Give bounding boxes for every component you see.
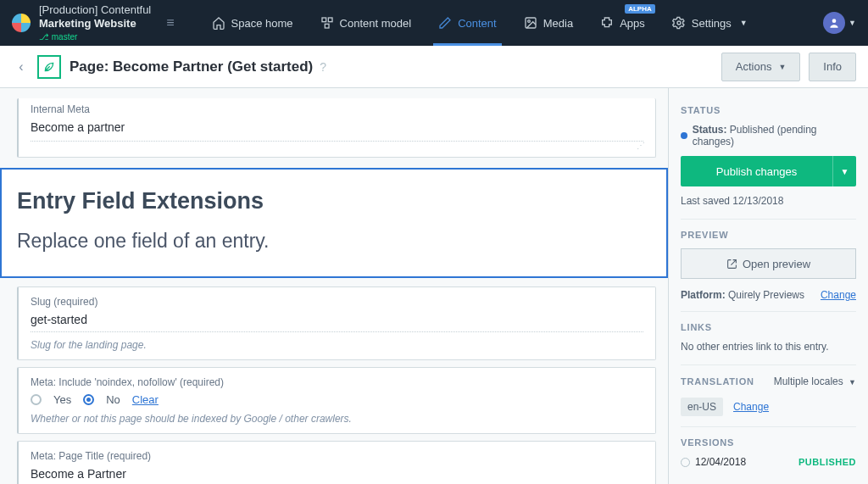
- nav-items: Space home Content model Content Media A…: [198, 0, 761, 46]
- field-label: Meta: Page Title (required): [31, 450, 643, 462]
- brand-name: Marketing Website: [39, 17, 151, 31]
- help-icon[interactable]: ?: [320, 60, 326, 74]
- back-button[interactable]: ‹: [12, 59, 31, 75]
- version-status: PUBLISHED: [798, 457, 856, 467]
- leaf-icon: [42, 60, 56, 74]
- translation-value: Multiple locales: [774, 376, 843, 387]
- links-heading: LINKS: [681, 322, 856, 332]
- chevron-down-icon: ▼: [849, 378, 856, 387]
- status-dot-icon: [681, 132, 687, 139]
- actions-label: Actions: [736, 60, 772, 73]
- preview-heading: PREVIEW: [681, 230, 856, 240]
- actions-button[interactable]: Actions ▼: [721, 53, 801, 81]
- brand-block[interactable]: [Production] Contentful Marketing Websit…: [39, 3, 151, 42]
- svg-point-4: [527, 20, 530, 23]
- translation-dropdown[interactable]: Multiple locales ▼: [774, 376, 856, 387]
- user-avatar[interactable]: [823, 12, 845, 34]
- resize-handle-icon[interactable]: ⋰: [31, 143, 643, 148]
- status-label: Status:: [693, 124, 727, 136]
- gear-icon: [672, 16, 686, 30]
- alpha-badge: ALPHA: [625, 4, 655, 14]
- version-row[interactable]: 12/04/2018 PUBLISHED: [681, 456, 856, 468]
- puzzle-icon: [600, 16, 614, 30]
- svg-rect-2: [325, 24, 329, 28]
- field-noindex: Meta: Include 'noindex, nofollow' (requi…: [17, 367, 656, 434]
- nav-media[interactable]: Media: [510, 0, 587, 46]
- publish-button[interactable]: Publish changes ▼: [681, 156, 856, 186]
- nav-label: Settings: [692, 17, 732, 30]
- field-label: Internal Meta: [31, 103, 643, 115]
- radio-yes[interactable]: [31, 394, 42, 405]
- sidebar: STATUS Status: Published (pending change…: [668, 88, 868, 484]
- page-title: Page: Become Partner (Get started): [70, 58, 313, 75]
- publish-label[interactable]: Publish changes: [681, 156, 832, 186]
- nav-label: Content: [458, 17, 497, 30]
- extension-callout: Entry Field Extensions Replace one field…: [0, 168, 668, 278]
- user-icon: [828, 17, 840, 29]
- nav-label: Content model: [340, 17, 412, 30]
- open-preview-label: Open preview: [743, 258, 810, 270]
- nav-content[interactable]: Content: [425, 0, 510, 46]
- info-button[interactable]: Info: [809, 53, 856, 81]
- boxes-icon: [320, 16, 334, 30]
- page-title-input[interactable]: Become a Partner: [31, 467, 643, 484]
- open-preview-button[interactable]: Open preview: [681, 248, 856, 279]
- versions-heading: VERSIONS: [681, 437, 856, 448]
- version-date: 12/04/2018: [695, 456, 746, 468]
- last-saved: Last saved 12/13/2018: [681, 195, 856, 207]
- change-locale-link[interactable]: Change: [733, 401, 769, 413]
- content-type-icon: [37, 55, 61, 79]
- logo-icon: [12, 14, 31, 32]
- field-internal-meta: Internal Meta Become a partner ⋰: [17, 98, 656, 158]
- nav-settings[interactable]: Settings ▼: [659, 0, 761, 46]
- field-help: Whether or not this page should be index…: [31, 413, 643, 425]
- external-link-icon: [726, 259, 737, 270]
- field-slug: Slug (required) get-started Slug for the…: [17, 287, 656, 360]
- links-text: No other entries link to this entry.: [681, 341, 856, 353]
- clear-link[interactable]: Clear: [132, 393, 159, 406]
- platform-label: Platform:: [681, 289, 726, 301]
- brand-branch: master: [39, 32, 151, 42]
- radio-no[interactable]: [83, 394, 94, 405]
- field-value[interactable]: Become a partner: [31, 120, 643, 134]
- publish-dropdown[interactable]: ▼: [832, 156, 856, 186]
- svg-rect-0: [322, 18, 326, 22]
- callout-heading: Entry Field Extensions: [17, 188, 651, 214]
- menu-icon[interactable]: ≡: [166, 15, 174, 31]
- locale-pill: en-US: [681, 398, 723, 416]
- radio-no-label: No: [106, 393, 120, 406]
- svg-point-5: [677, 21, 681, 25]
- svg-point-6: [832, 19, 837, 23]
- home-icon: [212, 16, 225, 30]
- nav-apps[interactable]: ALPHA Apps: [587, 0, 659, 46]
- nav-label: Apps: [620, 17, 645, 30]
- radio-icon: [681, 458, 690, 467]
- top-nav: [Production] Contentful Marketing Websit…: [0, 0, 868, 46]
- platform-value: Quirely Previews: [728, 289, 804, 301]
- chevron-down-icon: ▼: [778, 63, 786, 71]
- field-label: Meta: Include 'noindex, nofollow' (requi…: [31, 376, 643, 388]
- status-row: Status: Published (pending changes): [681, 124, 856, 147]
- field-help: Slug for the landing page.: [31, 339, 643, 351]
- callout-body: Replace one field of an entry.: [17, 230, 651, 253]
- nav-label: Space home: [231, 17, 293, 30]
- nav-space-home[interactable]: Space home: [198, 0, 307, 46]
- chevron-down-icon: ▼: [740, 19, 748, 27]
- nav-label: Media: [543, 17, 573, 30]
- editor-pane: Internal Meta Become a partner ⋰ Entry F…: [0, 88, 668, 484]
- field-label: Slug (required): [31, 296, 643, 308]
- image-icon: [524, 16, 537, 30]
- chevron-down-icon[interactable]: ▼: [849, 19, 856, 27]
- status-heading: STATUS: [681, 105, 856, 115]
- brand-env: [Production] Contentful: [39, 3, 151, 17]
- page-header: ‹ Page: Become Partner (Get started) ? A…: [0, 46, 868, 88]
- svg-rect-1: [328, 18, 332, 22]
- slug-input[interactable]: get-started: [31, 313, 643, 332]
- pen-icon: [438, 16, 452, 30]
- nav-content-model[interactable]: Content model: [307, 0, 426, 46]
- radio-yes-label: Yes: [53, 393, 71, 406]
- field-page-title: Meta: Page Title (required) Become a Par…: [17, 441, 656, 484]
- info-label: Info: [823, 60, 842, 73]
- translation-heading: TRANSLATION: [681, 376, 754, 387]
- change-platform-link[interactable]: Change: [821, 289, 856, 301]
